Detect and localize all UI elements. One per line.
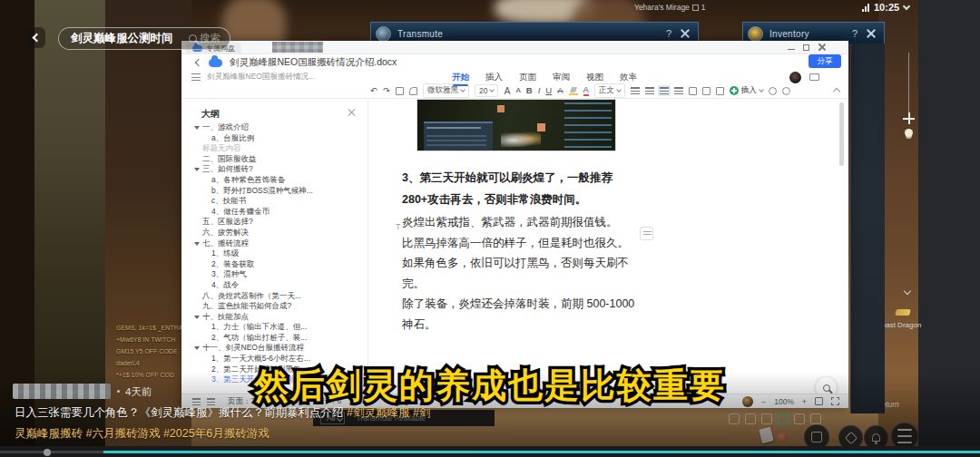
outline-item[interactable]: 十、技能加点 bbox=[186, 312, 366, 323]
drag-handle[interactable]: T bbox=[396, 222, 401, 231]
outline-item[interactable]: 1、练级 bbox=[186, 248, 366, 259]
search-icon bbox=[189, 34, 197, 43]
align-justify-button[interactable] bbox=[660, 87, 669, 94]
tab-review[interactable]: 审阅 bbox=[553, 72, 570, 83]
outline-item[interactable]: 一、游戏介绍 bbox=[186, 122, 366, 133]
maximize-icon[interactable] bbox=[803, 44, 809, 51]
hashtag[interactable]: #六月搬砖游戏 bbox=[85, 427, 162, 440]
undo-icon[interactable]: ↶ bbox=[370, 86, 377, 95]
outline-item[interactable]: 七、搬砖流程 bbox=[186, 238, 366, 249]
indent-button[interactable] bbox=[716, 87, 724, 95]
outline-item[interactable]: 标题无内容 bbox=[186, 143, 366, 154]
post-description-line2[interactable]: 灵巅峰服搬砖 #六月搬砖游戏 #2025年6月搬砖游戏 bbox=[15, 426, 270, 442]
censored-block bbox=[272, 42, 323, 53]
close-icon[interactable] bbox=[867, 29, 876, 38]
embedded-game-screenshot[interactable] bbox=[416, 99, 616, 151]
align-left-button[interactable] bbox=[631, 87, 640, 94]
doc-paragraph[interactable]: 如果角色多，依旧可以打黑鸟，否则每天刷不完。 bbox=[402, 253, 645, 294]
outline-item[interactable]: 2、装备获取 bbox=[186, 259, 366, 270]
font-name-select[interactable]: 微软雅黑 bbox=[423, 83, 469, 98]
outline-item[interactable]: b、野外打BOSS混种气候神... bbox=[186, 186, 366, 197]
doc-paragraph[interactable]: 炎煌出紫戒指、紫武器，武器前期很值钱。 bbox=[402, 212, 645, 233]
present-icon[interactable] bbox=[809, 73, 819, 81]
tab-insert[interactable]: 插入 bbox=[485, 72, 503, 83]
video-progress-handle[interactable] bbox=[44, 449, 51, 456]
back-button[interactable] bbox=[24, 27, 45, 48]
outline-item[interactable]: 2、气功（输出打桩子、装... bbox=[186, 333, 366, 344]
outline-item[interactable]: 六、疲劳解决 bbox=[186, 228, 366, 238]
comment-icon[interactable] bbox=[640, 227, 653, 240]
bullet-list-button[interactable] bbox=[689, 87, 697, 95]
line-spacing-button[interactable] bbox=[674, 87, 683, 94]
doc-tab-strip: 专属网盘 bbox=[181, 41, 848, 54]
video-progress-fill[interactable] bbox=[103, 451, 980, 453]
outline-item[interactable]: 八、炎煌武器制作（第一天... bbox=[186, 291, 366, 302]
tab-page[interactable]: 页面 bbox=[519, 72, 536, 83]
doc-title-row: 剑灵巅峰服NEO国服搬砖情况介绍.docx 分享 bbox=[181, 54, 848, 71]
username-redacted[interactable] bbox=[13, 384, 111, 399]
back-icon[interactable] bbox=[195, 59, 202, 66]
outline-item[interactable]: 4、战令 bbox=[186, 280, 366, 291]
video-subtitle: 然后剑灵的养成也是比较重要 bbox=[254, 363, 726, 409]
align-center-button[interactable] bbox=[645, 87, 654, 94]
post-description-line1[interactable]: 日入三张需要几个角色？《剑灵巅峰服》搬什么？前期暴利点介绍 #剑灵巅峰服 #剑 bbox=[15, 405, 430, 421]
hashtag[interactable]: #剑 bbox=[413, 406, 430, 419]
hashtag[interactable]: #剑灵巅峰服 bbox=[347, 406, 413, 419]
outline-item[interactable]: 五、区服选择? bbox=[186, 217, 366, 228]
underline-button[interactable]: U bbox=[545, 86, 552, 95]
find-replace-icon[interactable] bbox=[782, 87, 790, 95]
italic-button[interactable]: I bbox=[538, 86, 541, 95]
bold-button[interactable]: B bbox=[526, 86, 533, 95]
close-outline-icon[interactable] bbox=[348, 109, 355, 116]
tools-icon[interactable] bbox=[769, 87, 777, 95]
chevron-down-icon[interactable] bbox=[903, 2, 910, 9]
close-icon[interactable] bbox=[818, 44, 825, 51]
outline-item[interactable]: 1、力士（输出下水道、但... bbox=[186, 322, 366, 333]
help-icon[interactable]: ? bbox=[852, 28, 858, 39]
menu-icon[interactable] bbox=[191, 73, 201, 81]
hashtag[interactable]: 灵巅峰服搬砖 bbox=[15, 427, 85, 440]
tab-view[interactable]: 视图 bbox=[586, 72, 603, 83]
outline-item[interactable]: 十一、剑灵NEO台服搬砖流程 bbox=[186, 343, 366, 354]
menu-tabs: 开始 插入 页面 审阅 视图 效率 bbox=[452, 72, 637, 83]
doc-title: 剑灵巅峰服NEO国服搬砖情况介绍.docx bbox=[230, 56, 397, 69]
scrollbar-thumb[interactable] bbox=[839, 102, 844, 166]
collapse-toolbar-icon[interactable] bbox=[833, 88, 840, 95]
numbered-list-button[interactable] bbox=[702, 87, 710, 95]
increase-font-button[interactable]: A bbox=[504, 86, 510, 96]
outline-title: 大纲 bbox=[201, 108, 220, 121]
doc-paragraph[interactable]: 比黑鸟掉落高一倍的样子，但是耗时也很久。 bbox=[402, 233, 645, 254]
decrease-font-button[interactable]: A bbox=[515, 87, 520, 94]
text-style-select[interactable]: 正文 bbox=[594, 83, 625, 98]
avatar[interactable] bbox=[789, 72, 801, 83]
outline-item[interactable]: 三、如何搬砖? bbox=[186, 164, 366, 175]
minimize-icon[interactable] bbox=[788, 49, 795, 51]
share-button[interactable]: 分享 bbox=[808, 54, 841, 68]
doc-paragraphs[interactable]: 炎煌出紫戒指、紫武器，武器前期很值钱。 比黑鸟掉落高一倍的样子，但是耗时也很久。… bbox=[402, 212, 645, 335]
strikethrough-button[interactable]: A bbox=[557, 86, 563, 95]
outline-item[interactable]: a、各种紫色首饰装备 bbox=[186, 175, 366, 186]
screenshot-chat bbox=[564, 102, 612, 148]
outline-item[interactable]: 4、做任务赚金币 bbox=[186, 207, 366, 218]
chevron-down-icon bbox=[759, 87, 764, 92]
outline-item[interactable]: 二、国际服收益 bbox=[186, 154, 366, 165]
outline-item[interactable]: c、技能书 bbox=[186, 196, 366, 207]
eraser-icon[interactable] bbox=[409, 87, 417, 95]
help-icon[interactable]: ? bbox=[666, 28, 671, 39]
redo-icon[interactable]: ↷ bbox=[383, 86, 390, 95]
highlight-button[interactable] bbox=[569, 87, 578, 95]
format-painter-icon[interactable] bbox=[396, 87, 404, 95]
outline-item[interactable]: 3、混种气 bbox=[186, 269, 366, 280]
close-icon[interactable] bbox=[681, 29, 690, 38]
tab-efficiency[interactable]: 效率 bbox=[620, 72, 637, 83]
font-size-select[interactable]: 20 bbox=[475, 84, 498, 97]
doc-heading[interactable]: 3、第三天开始就可以刷炎煌了，一般推荐 280+攻击再去，否则非常浪费时间。 bbox=[402, 168, 645, 210]
hashtag[interactable]: #2025年6月搬砖游戏 bbox=[163, 427, 270, 440]
outline-item[interactable]: 九、蓝色技能书如何合成? bbox=[186, 301, 366, 312]
tab-home[interactable]: 开始 bbox=[452, 72, 469, 83]
search-bar[interactable]: 剑灵巅峰服公测时间 搜索 bbox=[58, 27, 230, 50]
outline-item[interactable]: a、台服比例 bbox=[186, 133, 366, 144]
insert-button[interactable]: 插入 bbox=[730, 85, 763, 96]
doc-paragraph[interactable]: 除了装备，炎煌还会掉落时装，前期 500-1000 神石。 bbox=[402, 294, 645, 335]
font-color-button[interactable]: A bbox=[583, 85, 589, 96]
